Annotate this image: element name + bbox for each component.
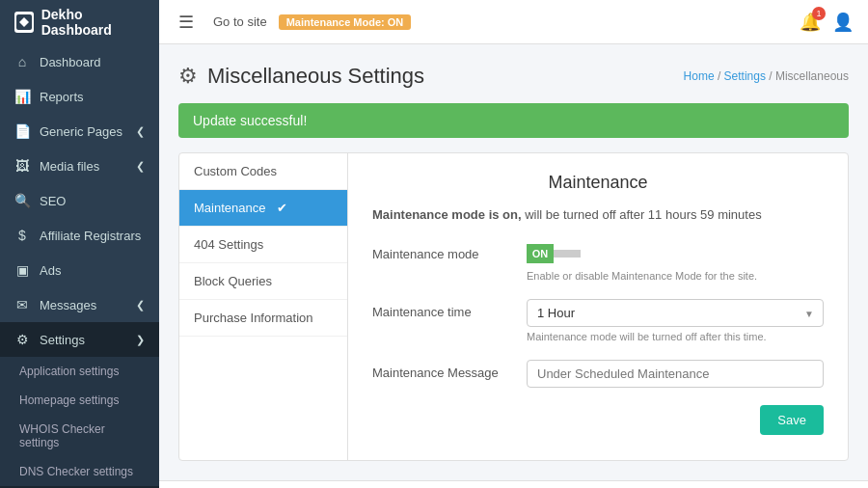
breadcrumb: Home / Settings / Miscellaneous	[684, 69, 849, 83]
topbar-right: 🔔 1 👤	[800, 12, 854, 33]
breadcrumb-sep2: /	[769, 69, 775, 83]
sidebar-item-label: Generic Pages	[40, 124, 122, 139]
maintenance-info: Maintenance mode is on, will be turned o…	[372, 207, 824, 222]
settings-nav-maintenance[interactable]: Maintenance ✔	[179, 190, 347, 227]
maintenance-time-control: 30 Minutes 1 Hour 2 Hours 4 Hours 8 Hour…	[527, 299, 824, 342]
settings-nav-custom-codes[interactable]: Custom Codes	[179, 153, 347, 190]
page-title: Miscellaneous Settings	[207, 64, 424, 89]
maintenance-mode-label: Maintenance mode	[372, 241, 527, 261]
settings-nav-label: Purchase Information	[194, 311, 313, 325]
maintenance-mode-row: Maintenance mode ON Enable or disable Ma…	[372, 241, 824, 282]
settings-gear-icon: ⚙	[178, 64, 198, 89]
maintenance-time-label: Maintenance time	[372, 299, 527, 319]
sidebar-item-label: Dashboard	[40, 55, 101, 69]
settings-submenu: Application settings Homepage settings W…	[0, 357, 159, 488]
chevron-down-icon: ❯	[136, 334, 145, 346]
maintenance-message-control	[527, 360, 824, 388]
maintenance-section-title: Maintenance	[372, 173, 824, 193]
sidebar: ⌂ Dashboard 📊 Reports 📄 Generic Pages ❮ …	[0, 44, 159, 488]
maintenance-toggle[interactable]: ON	[527, 241, 581, 266]
main-content: ⚙ Miscellaneous Settings Home / Settings…	[159, 44, 868, 488]
sidebar-item-seo[interactable]: 🔍 SEO	[0, 183, 159, 218]
logo-text: Dekho Dashboard	[41, 7, 145, 38]
save-button[interactable]: Save	[760, 405, 824, 435]
chevron-left-icon: ❮	[136, 160, 145, 173]
maintenance-message-row: Maintenance Message	[372, 360, 824, 388]
settings-nav-label: Maintenance	[194, 201, 265, 215]
sidebar-sub-item-homepage-settings[interactable]: Homepage settings	[0, 386, 159, 415]
sidebar-item-media-files[interactable]: 🖼 Media files ❮	[0, 149, 159, 183]
maintenance-badge: Maintenance Mode: ON	[279, 14, 412, 30]
page-icon: 📄	[14, 123, 30, 139]
envelope-icon: ✉	[14, 297, 30, 312]
toggle-wrap: ON	[527, 241, 824, 266]
settings-nav-404[interactable]: 404 Settings	[179, 227, 347, 263]
hamburger-button[interactable]: ☰	[171, 8, 202, 37]
chevron-left-icon: ❮	[136, 299, 145, 312]
chevron-left-icon: ❮	[136, 125, 145, 138]
gear-icon: ⚙	[14, 332, 30, 347]
settings-panel: Custom Codes Maintenance ✔ 404 Settings …	[178, 152, 849, 461]
sidebar-item-reports[interactable]: 📊 Reports	[0, 79, 159, 114]
maintenance-time-row: Maintenance time 30 Minutes 1 Hour 2 Hou…	[372, 299, 824, 342]
hamburger-icon: ☰	[178, 13, 194, 32]
settings-nav-label: 404 Settings	[194, 237, 263, 252]
checkmark-icon: ✔	[277, 201, 287, 215]
logo-icon	[14, 12, 34, 33]
notification-count: 1	[812, 7, 826, 20]
sidebar-item-affiliate-registrars[interactable]: $ Affiliate Registrars	[0, 218, 159, 253]
toggle-hint: Enable or disable Maintenance Mode for t…	[527, 270, 824, 282]
footer: Dekho 1.0.0 Copyright © 2020 devslib.com…	[159, 480, 868, 488]
maintenance-status-text: Maintenance mode is on,	[372, 207, 522, 222]
settings-nav-purchase-information[interactable]: Purchase Information	[179, 300, 347, 337]
maintenance-timer-text: will be turned off after 11 hours 59 min…	[522, 207, 762, 222]
maintenance-content: Maintenance Maintenance mode is on, will…	[348, 153, 848, 460]
sidebar-item-messages[interactable]: ✉ Messages ❮	[0, 287, 159, 322]
sidebar-item-label: Messages	[40, 298, 96, 312]
maintenance-time-select[interactable]: 30 Minutes 1 Hour 2 Hours 4 Hours 8 Hour…	[527, 299, 824, 327]
page-title-wrap: ⚙ Miscellaneous Settings	[178, 64, 424, 89]
search-icon: 🔍	[14, 193, 30, 208]
select-wrap: 30 Minutes 1 Hour 2 Hours 4 Hours 8 Hour…	[527, 299, 824, 327]
success-alert: Update successful!	[178, 103, 849, 138]
sidebar-item-dashboard[interactable]: ⌂ Dashboard	[0, 44, 159, 79]
toggle-on-label: ON	[527, 244, 554, 263]
dollar-icon: $	[14, 228, 30, 243]
breadcrumb-current: Miscellaneous	[775, 69, 849, 83]
maintenance-time-hint: Maintenance mode will be turned off afte…	[527, 331, 824, 342]
user-avatar-icon[interactable]: 👤	[832, 12, 854, 33]
breadcrumb-settings[interactable]: Settings	[724, 69, 766, 83]
home-icon: ⌂	[14, 54, 30, 69]
sidebar-sub-item-whois-checker-settings[interactable]: WHOIS Checker settings	[0, 415, 159, 457]
sidebar-sub-item-dns-checker-settings[interactable]: DNS Checker settings	[0, 457, 159, 486]
sidebar-item-label: Ads	[40, 263, 61, 278]
maintenance-mode-control: ON Enable or disable Maintenance Mode fo…	[527, 241, 824, 282]
settings-nav-label: Custom Codes	[194, 164, 277, 178]
chart-icon: 📊	[14, 89, 30, 104]
sidebar-logo: Dekho Dashboard	[0, 0, 159, 44]
sidebar-item-settings[interactable]: ⚙ Settings ❯	[0, 322, 159, 357]
page-header: ⚙ Miscellaneous Settings Home / Settings…	[178, 64, 849, 89]
notification-bell[interactable]: 🔔 1	[800, 12, 821, 33]
sidebar-item-generic-pages[interactable]: 📄 Generic Pages ❮	[0, 114, 159, 149]
maintenance-message-input[interactable]	[527, 360, 824, 388]
settings-sidebar-nav: Custom Codes Maintenance ✔ 404 Settings …	[179, 153, 348, 460]
settings-nav-block-queries[interactable]: Block Queries	[179, 263, 347, 300]
sidebar-item-label: Reports	[40, 90, 84, 104]
ads-icon: ▣	[14, 262, 30, 278]
breadcrumb-home[interactable]: Home	[684, 69, 715, 83]
sidebar-item-label: Settings	[40, 333, 85, 347]
sidebar-item-label: Affiliate Registrars	[40, 229, 141, 243]
sidebar-item-ads[interactable]: ▣ Ads	[0, 253, 159, 287]
toggle-off-label	[554, 250, 581, 258]
sidebar-item-label: SEO	[40, 194, 66, 208]
sidebar-sub-item-application-settings[interactable]: Application settings	[0, 357, 159, 386]
go-to-site-link[interactable]: Go to site	[213, 14, 267, 29]
image-icon: 🖼	[14, 158, 30, 174]
settings-nav-label: Block Queries	[194, 274, 272, 288]
sidebar-item-label: Media files	[40, 159, 99, 174]
maintenance-message-label: Maintenance Message	[372, 360, 527, 380]
breadcrumb-sep1: /	[718, 69, 724, 83]
